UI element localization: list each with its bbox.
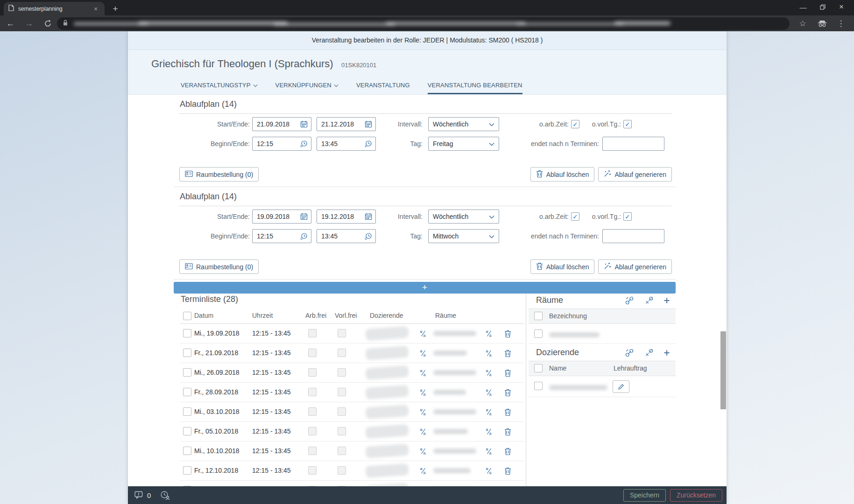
row-checkbox[interactable]	[183, 407, 191, 416]
new-tab-button[interactable]: +	[109, 3, 121, 15]
row-checkbox[interactable]	[183, 329, 191, 337]
assign-raum-icon[interactable]: a	[485, 349, 493, 357]
tab-veranstaltungstyp[interactable]: VERANSTALTUNGSTYP	[181, 82, 258, 94]
delete-termin-icon[interactable]	[503, 349, 512, 357]
o-arb-zeit-checkbox[interactable]	[571, 212, 579, 221]
zuruecksetzen-button[interactable]: Zurücksetzen	[670, 489, 722, 502]
tab-veranstaltung[interactable]: VERANSTALTUNG	[356, 82, 410, 94]
row-checkbox[interactable]	[183, 466, 191, 475]
messages-icon[interactable]: !	[134, 490, 144, 500]
unassign-link-icon[interactable]	[644, 348, 654, 357]
delete-termin-icon[interactable]	[503, 467, 512, 475]
raumbestellung-button[interactable]: Raumbestellung (0)	[179, 167, 259, 182]
assign-raum-icon[interactable]: a	[485, 467, 493, 475]
dozierende-select-all-checkbox[interactable]	[534, 364, 543, 372]
delete-termin-icon[interactable]	[503, 427, 512, 436]
add-ablaufplan-button[interactable]: +	[174, 282, 676, 294]
assign-dozierende-icon[interactable]: a	[419, 408, 427, 416]
add-raum-icon[interactable]: +	[662, 296, 671, 305]
o-arb-zeit-checkbox[interactable]	[571, 120, 579, 128]
assign-dozierende-icon[interactable]: a	[419, 369, 427, 377]
assign-raum-icon[interactable]: a	[485, 427, 493, 436]
arbfrei-checkbox[interactable]	[308, 388, 317, 396]
start-date-input[interactable]	[257, 213, 298, 220]
vorlfrei-checkbox[interactable]	[338, 407, 346, 416]
window-minimize-button[interactable]: —	[795, 0, 811, 14]
delete-termin-icon[interactable]	[503, 388, 512, 397]
calendar-icon[interactable]	[300, 120, 308, 128]
lehrauftrag-edit-button[interactable]	[613, 380, 629, 393]
o-vorl-tg-checkbox[interactable]	[623, 212, 632, 221]
assign-link-icon[interactable]	[625, 296, 634, 305]
assign-raum-icon[interactable]: a	[485, 447, 493, 455]
vorlfrei-checkbox[interactable]	[338, 368, 346, 377]
raeume-select-all-checkbox[interactable]	[534, 312, 543, 320]
intervall-select[interactable]: Wöchentlich	[428, 210, 499, 224]
start-date-field[interactable]	[252, 117, 311, 131]
vorlfrei-checkbox[interactable]	[338, 349, 346, 357]
arbfrei-checkbox[interactable]	[308, 368, 317, 377]
browser-tab[interactable]: semesterplanning ×	[4, 2, 105, 15]
endet-nach-field[interactable]	[602, 229, 664, 243]
arbfrei-checkbox[interactable]	[308, 466, 317, 475]
delete-termin-icon[interactable]	[503, 369, 512, 377]
tag-select[interactable]: Freitag	[428, 137, 499, 151]
vorlfrei-checkbox[interactable]	[338, 388, 346, 396]
address-bar[interactable]	[57, 17, 790, 30]
assign-raum-icon[interactable]: a	[485, 408, 493, 416]
clock-icon[interactable]	[300, 140, 308, 148]
add-dozent-icon[interactable]: +	[662, 348, 671, 357]
clock-icon[interactable]	[300, 232, 308, 240]
vorlfrei-checkbox[interactable]	[338, 427, 346, 435]
dozent-checkbox[interactable]	[534, 382, 543, 390]
ablauf-loeschen-button[interactable]: Ablauf löschen	[530, 167, 595, 182]
endet-nach-input[interactable]	[607, 140, 661, 147]
begin-time-field[interactable]	[252, 229, 311, 243]
assign-dozierende-icon[interactable]: a	[419, 329, 427, 338]
arbfrei-checkbox[interactable]	[308, 447, 317, 455]
endet-nach-field[interactable]	[602, 137, 664, 151]
assign-raum-icon[interactable]: a	[485, 369, 493, 377]
assign-dozierende-icon[interactable]: a	[419, 349, 427, 357]
row-checkbox[interactable]	[183, 349, 191, 357]
vorlfrei-checkbox[interactable]	[338, 447, 346, 455]
begin-time-field[interactable]	[252, 137, 311, 151]
arbfrei-checkbox[interactable]	[308, 407, 317, 416]
arbfrei-checkbox[interactable]	[308, 349, 317, 357]
assign-dozierende-icon[interactable]: a	[419, 447, 427, 455]
begin-time-input[interactable]	[257, 232, 298, 240]
assign-raum-icon[interactable]: a	[485, 329, 493, 338]
reload-icon[interactable]	[41, 17, 54, 30]
page-scrollbar-thumb[interactable]	[720, 331, 726, 409]
tag-select[interactable]: Mittwoch	[428, 229, 499, 243]
delete-termin-icon[interactable]	[503, 408, 512, 416]
o-vorl-tg-checkbox[interactable]	[623, 120, 632, 128]
close-tab-icon[interactable]: ×	[92, 5, 100, 13]
raum-checkbox[interactable]	[534, 329, 543, 338]
vorlfrei-checkbox[interactable]	[338, 329, 346, 337]
delete-termin-icon[interactable]	[503, 329, 512, 338]
speichern-button[interactable]: Speichern	[623, 489, 666, 502]
raumbestellung-button[interactable]: Raumbestellung (0)	[179, 259, 259, 274]
assign-dozierende-icon[interactable]: a	[419, 467, 427, 475]
window-restore-button[interactable]	[815, 0, 831, 14]
unassign-link-icon[interactable]	[644, 296, 654, 305]
back-icon[interactable]: ←	[4, 17, 17, 30]
row-checkbox[interactable]	[183, 368, 191, 377]
arbfrei-checkbox[interactable]	[308, 329, 317, 337]
row-checkbox[interactable]	[183, 388, 191, 396]
assign-raum-icon[interactable]: a	[485, 388, 493, 397]
time-account-icon[interactable]	[160, 490, 170, 500]
browser-menu-icon[interactable]: ⋮	[834, 17, 847, 30]
assign-link-icon[interactable]	[625, 348, 634, 357]
window-close-button[interactable]: ×	[833, 0, 849, 14]
endet-nach-input[interactable]	[607, 232, 661, 240]
calendar-icon[interactable]	[300, 213, 308, 220]
ablauf-generieren-button[interactable]: Ablauf generieren	[598, 167, 672, 182]
assign-dozierende-icon[interactable]: a	[419, 427, 427, 436]
tab-veranstaltung-bearbeiten[interactable]: VERANSTALTUNG BEARBEITEN	[428, 82, 522, 94]
tab-verknuepfungen[interactable]: VERKNÜPFUNGEN	[275, 82, 339, 94]
start-date-field[interactable]	[252, 210, 311, 224]
select-all-checkbox[interactable]	[183, 312, 191, 320]
delete-termin-icon[interactable]	[503, 447, 512, 455]
